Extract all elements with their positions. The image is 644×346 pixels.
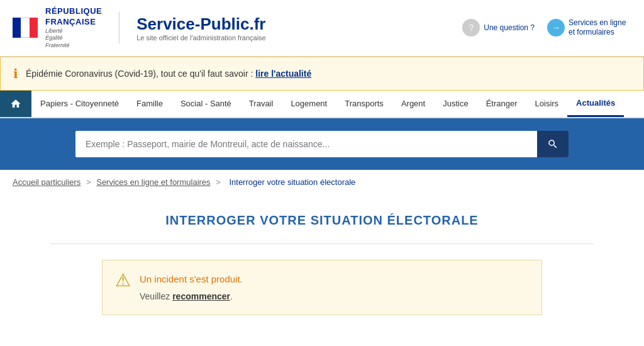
republic-text: RÉPUBLIQUE FRANÇAISE Liberté Égalité Fra… <box>45 6 102 50</box>
error-message: Veuillez recommencer. <box>140 289 243 303</box>
question-link[interactable]: ? Une question ? <box>462 19 535 36</box>
nav-item-argent[interactable]: Argent <box>392 91 434 116</box>
breadcrumb-separator-1: > <box>86 177 93 187</box>
nav-item-etranger[interactable]: Étranger <box>477 91 526 116</box>
site-name: Service-Public.fr <box>136 14 266 34</box>
republic-title: RÉPUBLIQUE FRANÇAISE <box>45 6 102 28</box>
logo-block: RÉPUBLIQUE FRANÇAISE Liberté Égalité Fra… <box>13 6 266 50</box>
site-description: Le site officiel de l'administration fra… <box>136 34 266 42</box>
main-content: INTERROGER VOTRE SITUATION ÉLECTORALE ⚠ … <box>0 194 644 340</box>
breadcrumb: Accueil particuliers > Services en ligne… <box>0 170 644 194</box>
error-title: Un incident s'est produit. <box>140 272 243 287</box>
search-button[interactable] <box>537 131 569 157</box>
breadcrumb-separator-2: > <box>216 177 223 187</box>
nav-item-famille[interactable]: Famille <box>128 91 172 116</box>
search-box <box>75 131 569 157</box>
question-label: Une question ? <box>484 23 535 32</box>
nav-item-travail[interactable]: Travail <box>240 91 282 116</box>
alert-text: Épidémie Coronavirus (Covid-19), tout ce… <box>26 69 311 79</box>
site-header: RÉPUBLIQUE FRANÇAISE Liberté Égalité Fra… <box>0 0 644 57</box>
page-title: INTERROGER VOTRE SITUATION ÉLECTORALE <box>50 201 594 244</box>
services-label: Services en ligne et formulaires <box>569 18 631 38</box>
breadcrumb-current: Interroger votre situation électorale <box>229 177 355 187</box>
nav-item-papiers[interactable]: Papiers - Citoyenneté <box>31 91 128 116</box>
error-box: ⚠ Un incident s'est produit. Veuillez re… <box>102 260 542 315</box>
alert-icon: ℹ <box>13 66 18 81</box>
question-icon: ? <box>462 19 480 36</box>
home-nav-button[interactable] <box>0 91 31 117</box>
breadcrumb-home[interactable]: Accueil particuliers <box>13 177 80 187</box>
republic-motto: Liberté Égalité Fraternité <box>45 28 102 50</box>
search-section <box>0 118 644 170</box>
nav-item-transports[interactable]: Transports <box>336 91 392 116</box>
breadcrumb-services[interactable]: Services en ligne et formulaires <box>96 177 210 187</box>
alert-message: Épidémie Coronavirus (Covid-19), tout ce… <box>26 69 255 79</box>
site-title-block: Service-Public.fr Le site officiel de l'… <box>136 14 266 42</box>
nav-item-actualites[interactable]: Actualités <box>567 91 624 117</box>
services-icon: → <box>547 19 565 36</box>
alert-link[interactable]: lire l'actualité <box>255 69 311 79</box>
nav-item-justice[interactable]: Justice <box>434 91 477 116</box>
retry-link[interactable]: recommencer <box>172 291 230 301</box>
search-input[interactable] <box>75 131 537 157</box>
warning-icon: ⚠ <box>115 272 131 289</box>
header-divider <box>119 12 119 43</box>
error-text-block: Un incident s'est produit. Veuillez reco… <box>140 272 243 303</box>
nav-item-loisirs[interactable]: Loisirs <box>526 91 568 116</box>
nav-item-social[interactable]: Social - Santé <box>172 91 240 116</box>
flag-icon <box>13 18 38 38</box>
search-icon <box>547 138 558 150</box>
nav-item-logement[interactable]: Logement <box>282 91 336 116</box>
header-right: ? Une question ? → Services en ligne et … <box>462 18 631 38</box>
alert-banner: ℹ Épidémie Coronavirus (Covid-19), tout … <box>0 57 644 91</box>
nav-bar: Papiers - Citoyenneté Famille Social - S… <box>0 91 644 118</box>
services-link[interactable]: → Services en ligne et formulaires <box>547 18 631 38</box>
home-icon <box>10 98 21 109</box>
